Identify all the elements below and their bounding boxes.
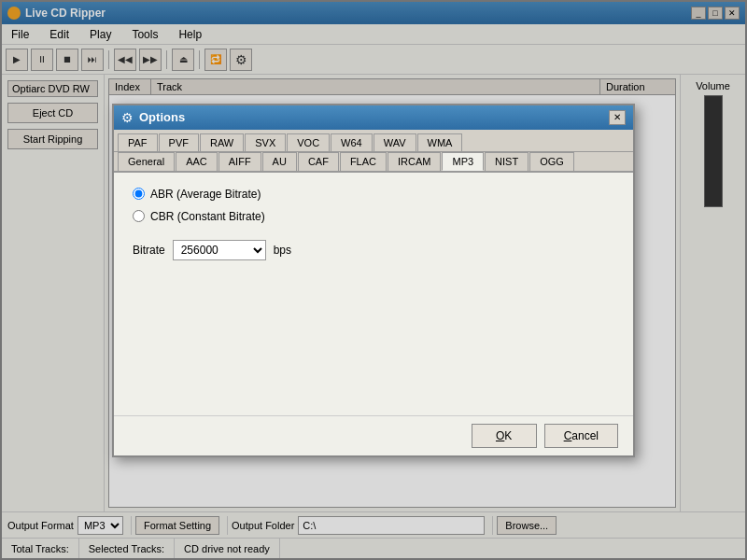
dialog-close-button[interactable]: ✕ <box>609 110 626 125</box>
tab-nist[interactable]: NIST <box>485 152 529 171</box>
tab-bar-row2: General AAC AIFF AU CAF FLAC IRCAM MP3 N… <box>114 152 633 173</box>
dialog-title-left: ⚙ Options <box>121 110 185 125</box>
dialog-body: ABR (Average Bitrate) CBR (Constant Bitr… <box>114 173 633 415</box>
options-dialog: ⚙ Options ✕ PAF PVF RAW SVX VOC W64 WAV … <box>112 104 635 457</box>
tab-au[interactable]: AU <box>262 152 297 171</box>
bitrate-label: Bitrate <box>133 244 165 257</box>
cancel-rest: ancel <box>571 429 599 442</box>
tab-ogg[interactable]: OGG <box>529 152 574 171</box>
tab-mp3[interactable]: MP3 <box>442 152 484 171</box>
tab-ircam[interactable]: IRCAM <box>388 152 441 171</box>
abr-row: ABR (Average Bitrate) <box>133 188 614 201</box>
ok-button[interactable]: OK <box>472 424 537 448</box>
tab-pvf[interactable]: PVF <box>159 133 199 151</box>
ok-underline-letter: O <box>496 429 504 442</box>
tab-voc[interactable]: VOC <box>287 133 330 151</box>
dialog-footer: OK Cancel <box>114 415 633 455</box>
cancel-underline-letter: C <box>564 429 572 442</box>
abr-label: ABR (Average Bitrate) <box>150 188 261 201</box>
bitrate-select[interactable]: 64000 128000 192000 256000 320000 <box>173 240 266 260</box>
tab-raw[interactable]: RAW <box>200 133 244 151</box>
tab-w64[interactable]: W64 <box>331 133 373 151</box>
dialog-title-text: Options <box>139 110 185 124</box>
dialog-options-icon: ⚙ <box>121 110 134 125</box>
tab-bar-row1: PAF PVF RAW SVX VOC W64 WAV WMA <box>114 130 633 152</box>
tab-wma[interactable]: WMA <box>417 133 463 151</box>
abr-radio[interactable] <box>133 188 145 200</box>
dialog-title-bar: ⚙ Options ✕ <box>114 105 633 130</box>
tab-aiff[interactable]: AIFF <box>218 152 261 171</box>
dialog-overlay: ⚙ Options ✕ PAF PVF RAW SVX VOC W64 WAV … <box>0 0 747 560</box>
tab-caf[interactable]: CAF <box>298 152 339 171</box>
cbr-radio[interactable] <box>133 210 145 222</box>
bitrate-mode-group: ABR (Average Bitrate) CBR (Constant Bitr… <box>133 188 614 223</box>
cbr-label: CBR (Constant Bitrate) <box>150 210 265 223</box>
tab-general[interactable]: General <box>118 152 175 171</box>
ok-rest: K <box>504 429 512 442</box>
tab-wav[interactable]: WAV <box>374 133 416 151</box>
tab-aac[interactable]: AAC <box>176 152 218 171</box>
tab-flac[interactable]: FLAC <box>340 152 387 171</box>
cbr-row: CBR (Constant Bitrate) <box>133 210 614 223</box>
tab-paf[interactable]: PAF <box>118 133 158 151</box>
bitrate-row: Bitrate 64000 128000 192000 256000 32000… <box>133 240 614 260</box>
bps-label: bps <box>274 244 291 257</box>
cancel-button[interactable]: Cancel <box>544 424 618 448</box>
tab-svx[interactable]: SVX <box>245 133 286 151</box>
